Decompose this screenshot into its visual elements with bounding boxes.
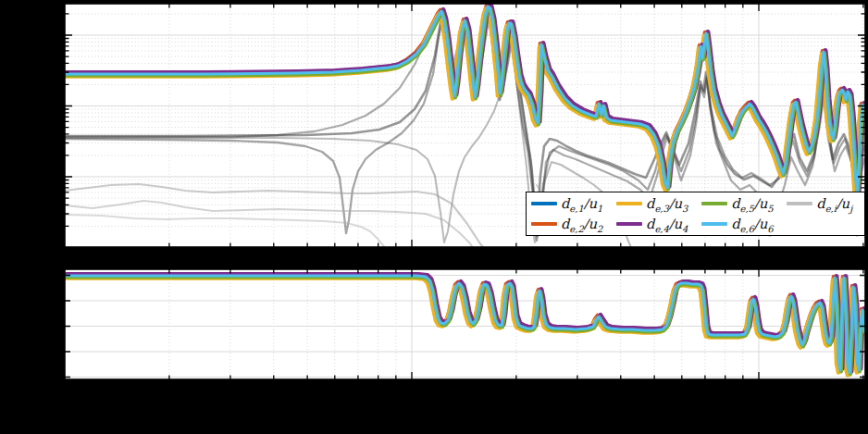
legend-line-swatch — [616, 202, 642, 205]
bode-figure: de,1/u1de,2/u2de,3/u3de,4/u4de,5/u5de,6/… — [0, 0, 868, 434]
legend-item-d_e6_u6: de,6/u6 — [701, 217, 780, 231]
legend-item-d_e3_u3: de,3/u3 — [616, 197, 695, 211]
legend-line-swatch — [616, 222, 642, 225]
legend-box: de,1/u1de,2/u2de,3/u3de,4/u4de,5/u5de,6/… — [526, 192, 865, 236]
legend-label: de,1/u1 — [561, 197, 602, 211]
legend-item-d_ei_uj: de,i/uj — [787, 197, 860, 211]
legend-line-swatch — [531, 222, 557, 225]
legend-item-d_e4_u4: de,4/u4 — [616, 217, 695, 231]
legend-label: de,2/u2 — [561, 217, 602, 231]
legend-item-d_e2_u2: de,2/u2 — [531, 217, 610, 231]
legend-label: de,6/u6 — [731, 217, 773, 231]
legend-label: de,i/uj — [816, 197, 852, 211]
legend-line-swatch — [787, 202, 812, 205]
legend-label: de,5/u5 — [731, 197, 773, 211]
legend-line-swatch — [531, 202, 557, 205]
legend-item-d_e5_u5: de,5/u5 — [701, 197, 780, 211]
legend-item-d_e1_u1: de,1/u1 — [531, 197, 610, 211]
legend-line-swatch — [701, 202, 727, 205]
legend-label: de,4/u4 — [646, 217, 688, 231]
legend-label: de,3/u3 — [646, 197, 688, 211]
legend-line-swatch — [701, 222, 727, 225]
